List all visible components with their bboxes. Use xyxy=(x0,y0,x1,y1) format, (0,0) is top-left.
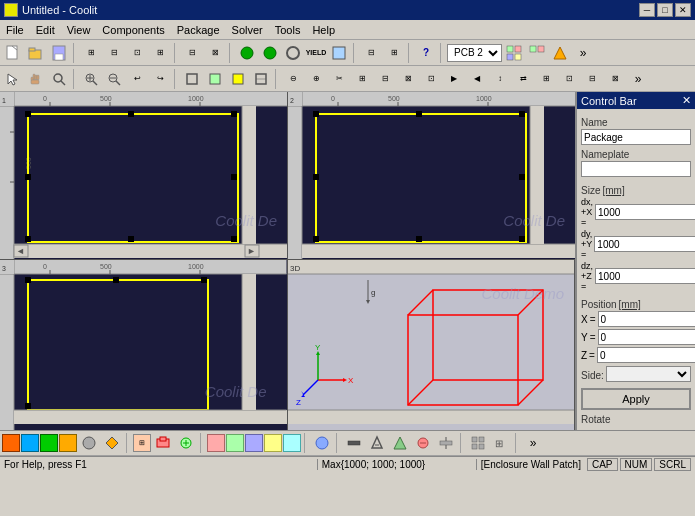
tb-btn9[interactable]: ⊞ xyxy=(383,42,405,64)
tb2-rect1[interactable] xyxy=(181,68,203,90)
zoom-out[interactable] xyxy=(103,68,125,90)
zoom-in[interactable] xyxy=(80,68,102,90)
tb-btn10[interactable] xyxy=(549,42,571,64)
top-viewports-row: 1 0 500 1000 500 xyxy=(0,92,575,260)
tb-green1[interactable] xyxy=(236,42,258,64)
z-input[interactable] xyxy=(597,347,695,363)
tb-btn8[interactable]: ⊟ xyxy=(360,42,382,64)
tb2-btn15[interactable]: ⊡ xyxy=(558,68,580,90)
menu-tools[interactable]: Tools xyxy=(269,22,307,38)
cursor-tool[interactable] xyxy=(2,68,24,90)
tb2-btn9[interactable]: ⊡ xyxy=(420,68,442,90)
menu-view[interactable]: View xyxy=(61,22,97,38)
pcb-dropdown[interactable]: PCB 2 xyxy=(447,44,502,62)
bt-expand[interactable]: » xyxy=(522,432,544,454)
bt-btn19[interactable] xyxy=(412,432,434,454)
bt-btn8[interactable] xyxy=(152,432,174,454)
tb2-btn10[interactable]: ▶ xyxy=(443,68,465,90)
menu-components[interactable]: Components xyxy=(96,22,170,38)
bt-btn3[interactable] xyxy=(40,434,58,452)
open-button[interactable] xyxy=(25,42,47,64)
menu-solver[interactable]: Solver xyxy=(226,22,269,38)
tb2-yellow[interactable] xyxy=(227,68,249,90)
tb-btn7[interactable] xyxy=(328,42,350,64)
tb-btn3[interactable]: ⊡ xyxy=(126,42,148,64)
tb2-btn13[interactable]: ⇄ xyxy=(512,68,534,90)
tb2-btn7[interactable]: ⊟ xyxy=(374,68,396,90)
dy-input[interactable] xyxy=(594,236,695,252)
menu-edit[interactable]: Edit xyxy=(30,22,61,38)
bt-btn15[interactable] xyxy=(311,432,333,454)
y-input[interactable] xyxy=(598,329,695,345)
bt-btn4[interactable] xyxy=(59,434,77,452)
apply-button[interactable]: Apply xyxy=(581,388,691,410)
tb2-btn6[interactable]: ⊞ xyxy=(351,68,373,90)
maximize-button[interactable]: □ xyxy=(657,3,673,17)
tb2-btn14[interactable]: ⊞ xyxy=(535,68,557,90)
tb-green2[interactable] xyxy=(259,42,281,64)
menu-help[interactable]: Help xyxy=(306,22,341,38)
bt-btn14[interactable] xyxy=(283,434,301,452)
viewport-top-left[interactable]: 1 0 500 1000 500 xyxy=(0,92,288,259)
bt-btn7[interactable]: ⊞ xyxy=(133,434,151,452)
bt-btn22[interactable]: ⊞ xyxy=(490,432,512,454)
tb-btn6[interactable]: ⊠ xyxy=(204,42,226,64)
nameplate-input[interactable] xyxy=(581,161,691,177)
tb2-btn11[interactable]: ◀ xyxy=(466,68,488,90)
tb-grid2[interactable] xyxy=(526,42,548,64)
viewport-tl-svg: 1 0 500 1000 500 xyxy=(0,92,287,259)
tb2-btn12[interactable]: ↕ xyxy=(489,68,511,90)
new-button[interactable] xyxy=(2,42,24,64)
menu-file[interactable]: File xyxy=(0,22,30,38)
tb2-expand[interactable]: » xyxy=(627,68,649,90)
minimize-button[interactable]: ─ xyxy=(639,3,655,17)
viewport-top-right[interactable]: 2 0 500 1000 xyxy=(288,92,575,259)
tb-expand[interactable]: » xyxy=(572,42,594,64)
save-button[interactable] xyxy=(48,42,70,64)
tb-btn2[interactable]: ⊟ xyxy=(103,42,125,64)
side-select[interactable] xyxy=(606,366,691,382)
close-button[interactable]: ✕ xyxy=(675,3,691,17)
tb-btn1[interactable]: ⊞ xyxy=(80,42,102,64)
bt-btn10[interactable] xyxy=(207,434,225,452)
hand-tool[interactable] xyxy=(25,68,47,90)
tb2-btn4[interactable]: ⊕ xyxy=(305,68,327,90)
tb2-btn2[interactable]: ↪ xyxy=(149,68,171,90)
viewport-bottom-left[interactable]: 3 0 500 1000 xyxy=(0,260,288,430)
name-input[interactable] xyxy=(581,129,691,145)
tb2-btn3[interactable]: ⊖ xyxy=(282,68,304,90)
tb2-btn17[interactable]: ⊠ xyxy=(604,68,626,90)
control-bar-close[interactable]: ✕ xyxy=(682,94,691,107)
tb2-rect2[interactable] xyxy=(204,68,226,90)
bt-btn21[interactable] xyxy=(467,432,489,454)
tb2-btn1[interactable]: ↩ xyxy=(126,68,148,90)
bt-btn20[interactable] xyxy=(435,432,457,454)
bt-btn6[interactable] xyxy=(101,432,123,454)
bt-btn2[interactable] xyxy=(21,434,39,452)
tb2-btn8[interactable]: ⊠ xyxy=(397,68,419,90)
tb-circle[interactable] xyxy=(282,42,304,64)
tb2-btn5[interactable]: ✂ xyxy=(328,68,350,90)
viewport-3d[interactable]: 3D 3D X Y xyxy=(288,260,576,430)
bt-btn5[interactable] xyxy=(78,432,100,454)
menu-package[interactable]: Package xyxy=(171,22,226,38)
tb-help[interactable]: ? xyxy=(415,42,437,64)
dx-input[interactable] xyxy=(595,204,695,220)
zoom-tool[interactable] xyxy=(48,68,70,90)
tb-yield[interactable]: YIELD xyxy=(305,42,327,64)
bt-btn13[interactable] xyxy=(264,434,282,452)
tb2-btn16[interactable]: ⊟ xyxy=(581,68,603,90)
tb-grid1[interactable] xyxy=(503,42,525,64)
tb-btn4[interactable]: ⊞ xyxy=(149,42,171,64)
tb2-rect3[interactable] xyxy=(250,68,272,90)
bt-btn18[interactable] xyxy=(389,432,411,454)
bt-btn16[interactable] xyxy=(343,432,365,454)
bt-btn1[interactable] xyxy=(2,434,20,452)
dz-input[interactable] xyxy=(595,268,695,284)
bt-btn17[interactable] xyxy=(366,432,388,454)
bt-btn11[interactable] xyxy=(226,434,244,452)
tb-btn5[interactable]: ⊟ xyxy=(181,42,203,64)
bt-btn12[interactable] xyxy=(245,434,263,452)
bt-btn9[interactable] xyxy=(175,432,197,454)
x-input[interactable] xyxy=(598,311,695,327)
